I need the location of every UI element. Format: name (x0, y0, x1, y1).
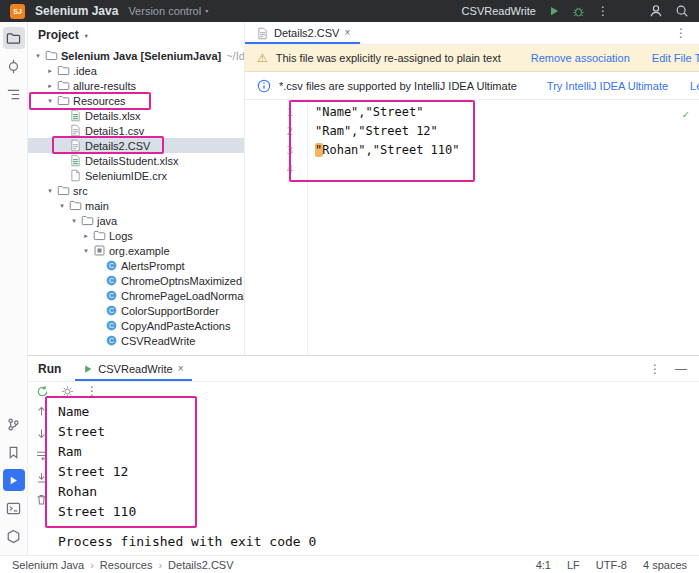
tree-item[interactable]: ▾main (28, 198, 244, 213)
file-generic-icon (68, 169, 82, 182)
run-tool-button[interactable] (3, 469, 25, 491)
tree-item[interactable]: ▸allure-results (28, 78, 244, 93)
svg-text:C: C (109, 277, 114, 284)
console-toolbar (28, 400, 54, 555)
tree-item[interactable]: ▾java (28, 213, 244, 228)
play-icon (548, 5, 560, 17)
tree-item[interactable]: Details.xlsx (28, 108, 244, 123)
bookmark-icon (6, 445, 21, 460)
vcs-tool-button[interactable] (3, 413, 25, 435)
info-text: *.csv files are supported by IntelliJ ID… (279, 80, 517, 92)
tree-item-label: Details2.CSV (85, 140, 150, 152)
chevron-down-icon: ▾ (85, 32, 88, 39)
bookmarks-tool-button[interactable] (3, 441, 25, 463)
learn-more-link[interactable]: Learn more (690, 80, 699, 92)
indent-style[interactable]: 4 spaces (643, 559, 687, 571)
file-encoding[interactable]: UTF-8 (596, 559, 627, 571)
vcs-label: Version control (128, 5, 201, 17)
more-icon[interactable]: ⋮ (675, 27, 699, 39)
tree-item[interactable]: DetailsStudent.xlsx (28, 153, 244, 168)
chevron-right-icon[interactable]: ▸ (44, 82, 56, 89)
run-tab[interactable]: CSVReadWrite × (75, 356, 191, 381)
tree-item[interactable]: CCSVReadWrite (28, 333, 244, 348)
tree-item[interactable]: CColorSupportBorder (28, 303, 244, 318)
tree-item[interactable]: Details2.CSV (28, 138, 244, 153)
editor-line[interactable]: 3"Rohan","Street 110" (245, 141, 699, 160)
remove-association-link[interactable]: Remove association (531, 52, 630, 64)
line-text: "Rohan","Street 110" (307, 141, 460, 160)
chevron-down-icon[interactable]: ▾ (80, 247, 92, 254)
main-area: Project ▾ ▾Selenium Java [SeleniumJava]~… (0, 22, 699, 555)
chevron-right-icon[interactable]: ▸ (44, 67, 56, 74)
chevron-down-icon[interactable]: ▾ (68, 217, 80, 224)
edit-file-types-link[interactable]: Edit File Types (652, 52, 699, 64)
chevron-down-icon[interactable]: ▾ (32, 52, 44, 59)
editor-line[interactable]: 4 (245, 160, 699, 179)
class-icon: C (104, 259, 118, 272)
titlebar-project-name[interactable]: Selenium Java (35, 4, 118, 18)
breadcrumb-item[interactable]: Details2.CSV (168, 559, 233, 571)
tree-item[interactable]: CCopyAndPasteActions (28, 318, 244, 333)
editor-code[interactable]: ✓ 1"Name","Street"2"Ram","Street 12"3"Ro… (245, 100, 699, 355)
up-icon[interactable] (35, 405, 48, 418)
tree-item[interactable]: ▸Logs (28, 228, 244, 243)
terminal-tool-button[interactable] (3, 497, 25, 519)
debug-button[interactable] (572, 5, 585, 18)
tree-item[interactable]: ▾Resources (28, 93, 244, 108)
line-separator[interactable]: LF (567, 559, 580, 571)
structure-tool-button[interactable] (3, 83, 25, 105)
more-icon[interactable]: ⋮ (649, 363, 661, 375)
run-tool-window-title[interactable]: Run (38, 362, 61, 376)
inspections-check-icon[interactable]: ✓ (682, 105, 689, 124)
run-config-selector[interactable]: CSVReadWrite (462, 5, 536, 17)
chevron-down-icon[interactable]: ▾ (44, 97, 56, 104)
tree-item[interactable]: ▾org.example (28, 243, 244, 258)
close-icon[interactable]: × (178, 364, 184, 374)
close-icon[interactable]: × (344, 28, 350, 38)
line-text (307, 160, 315, 179)
search-icon[interactable] (675, 4, 689, 18)
down-icon[interactable] (35, 427, 48, 440)
soft-wrap-icon[interactable] (35, 449, 48, 462)
tree-item-label: SeleniumIDE.crx (85, 170, 167, 182)
breadcrumb-item[interactable]: Resources (100, 559, 153, 571)
editor-tab[interactable]: Details2.CSV × (245, 22, 360, 44)
vcs-widget[interactable]: Version control ▾ (128, 5, 208, 17)
settings-icon[interactable] (61, 385, 74, 398)
breadcrumb-item[interactable]: Selenium Java (12, 559, 84, 571)
editor-line[interactable]: 1"Name","Street" (245, 103, 699, 122)
editor-line[interactable]: 2"Ram","Street 12" (245, 122, 699, 141)
caret-position[interactable]: 4:1 (536, 559, 551, 571)
tree-item[interactable]: CAlertsPrompt (28, 258, 244, 273)
svg-text:C: C (109, 337, 114, 344)
try-ultimate-link[interactable]: Try IntelliJ IDEA Ultimate (547, 80, 668, 92)
tree-item[interactable]: ▾src (28, 183, 244, 198)
commit-tool-button[interactable] (3, 55, 25, 77)
tree-item[interactable]: CChromePageLoadNormal (28, 288, 244, 303)
console[interactable]: NameStreetRamStreet 12RohanStreet 110 Pr… (54, 400, 699, 555)
project-panel: Project ▾ ▾Selenium Java [SeleniumJava]~… (28, 22, 245, 355)
rerun-icon[interactable] (36, 385, 49, 398)
line-text: "Ram","Street 12" (307, 122, 438, 141)
tree-item[interactable]: ▾Selenium Java [SeleniumJava]~/IdeaProje… (28, 48, 244, 63)
tree-item[interactable]: ▸.idea (28, 63, 244, 78)
chevron-down-icon[interactable]: ▾ (44, 187, 56, 194)
more-icon[interactable]: ⋮ (597, 5, 609, 17)
clear-icon[interactable] (35, 493, 48, 506)
console-line: Street 110 (58, 502, 699, 522)
chevron-right-icon[interactable]: ▸ (80, 232, 92, 239)
file-csv-icon (68, 124, 82, 137)
chevron-down-icon[interactable]: ▾ (56, 202, 68, 209)
profile-icon[interactable] (649, 4, 663, 18)
tree-item[interactable]: CChromeOptnsMaximized (28, 273, 244, 288)
hide-icon[interactable]: — (675, 363, 687, 375)
tree-item[interactable]: SeleniumIDE.crx (28, 168, 244, 183)
project-tool-button[interactable] (3, 27, 25, 49)
tree-item-label: ChromePageLoadNormal (121, 290, 244, 302)
services-tool-button[interactable] (3, 525, 25, 547)
scroll-to-end-icon[interactable] (35, 471, 48, 484)
project-panel-header[interactable]: Project ▾ (28, 22, 244, 48)
svg-text:C: C (109, 322, 114, 329)
tree-item[interactable]: Details1.csv (28, 123, 244, 138)
run-button[interactable] (548, 5, 560, 17)
